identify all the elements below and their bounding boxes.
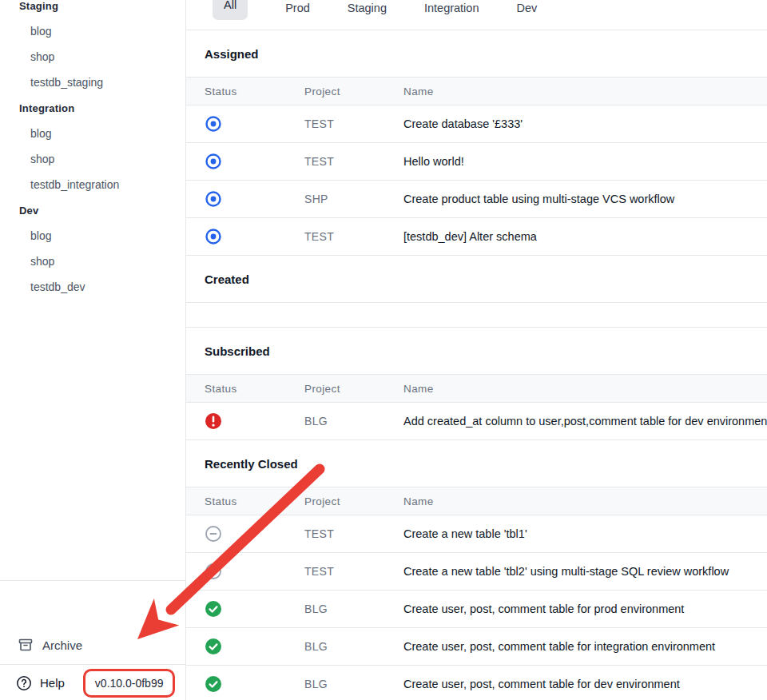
- issue-name: Hello world!: [403, 155, 767, 168]
- status-canceled-icon: [205, 563, 222, 580]
- tab-integration[interactable]: Integration: [424, 0, 479, 16]
- version-badge: v0.10.0-0fb99: [83, 669, 176, 698]
- help-label[interactable]: Help: [40, 676, 65, 690]
- column-header-name: Name: [403, 495, 767, 507]
- main-content: AllProdStagingIntegrationDev AssignedSta…: [186, 0, 767, 700]
- archive-label: Archive: [42, 638, 82, 652]
- issue-name: Create a new table 'tbl2' using multi-st…: [403, 565, 767, 578]
- sidebar-item-shop[interactable]: shop: [0, 44, 185, 70]
- issue-row[interactable]: TEST[testdb_dev] Alter schema: [186, 218, 767, 256]
- issue-name: Create a new table 'tbl1': [403, 527, 767, 540]
- status-open-icon: [205, 190, 222, 208]
- column-header-status: Status: [205, 383, 304, 395]
- sidebar-item-testdb_staging[interactable]: testdb_staging: [0, 70, 185, 95]
- sidebar-item-blog[interactable]: blog: [0, 223, 185, 249]
- help-row: Help v0.10.0-0fb99: [0, 664, 185, 700]
- table-header: StatusProjectName: [186, 487, 767, 515]
- tab-all[interactable]: All: [213, 0, 248, 20]
- sidebar-group-staging: Staging: [0, 0, 185, 18]
- issue-row[interactable]: BLGAdd created_at column to user,post,co…: [186, 403, 767, 440]
- issue-project: BLG: [304, 678, 403, 690]
- issue-name: Add created_at column to user,post,comme…: [403, 415, 767, 428]
- sidebar-nav: Stagingblogshoptestdb_stagingIntegration…: [0, 0, 185, 300]
- sidebar-item-shop[interactable]: shop: [0, 249, 185, 274]
- issue-row[interactable]: BLGCreate user, post, comment table for …: [186, 591, 767, 628]
- sidebar-bottom-panel: Archive Help v0.10.0-0fb99: [0, 580, 185, 700]
- issue-row[interactable]: TESTHello world!: [186, 143, 767, 181]
- issue-row[interactable]: BLGCreate user, post, comment table for …: [186, 666, 767, 700]
- column-header-status: Status: [205, 86, 304, 97]
- sidebar-item-testdb_dev[interactable]: testdb_dev: [0, 274, 185, 300]
- status-canceled-icon: [205, 525, 222, 543]
- column-header-project: Project: [304, 383, 403, 395]
- column-header-status: Status: [205, 495, 304, 507]
- sidebar-item-shop[interactable]: shop: [0, 146, 185, 172]
- issue-name: Create user, post, comment table for dev…: [403, 678, 767, 690]
- status-done-icon: [205, 600, 222, 618]
- issue-project: TEST: [304, 155, 403, 168]
- section-heading-created: Created: [186, 256, 767, 302]
- issue-row[interactable]: TESTCreate a new table 'tbl2' using mult…: [186, 553, 767, 591]
- issue-project: BLG: [304, 415, 403, 428]
- table-header: StatusProjectName: [186, 374, 767, 403]
- issue-project: SHP: [304, 193, 403, 205]
- issue-sections: AssignedStatusProjectNameTESTCreate data…: [186, 30, 767, 700]
- archive-icon: [18, 637, 34, 653]
- issue-row[interactable]: TESTCreate a new table 'tbl1': [186, 515, 767, 553]
- environment-tabs: AllProdStagingIntegrationDev: [186, 0, 767, 30]
- issue-name: [testdb_dev] Alter schema: [403, 230, 767, 243]
- tab-staging[interactable]: Staging: [348, 0, 387, 16]
- issue-row[interactable]: SHPCreate product table using multi-stag…: [186, 181, 767, 218]
- column-header-name: Name: [403, 383, 767, 395]
- issue-project: TEST: [304, 230, 403, 243]
- column-header-project: Project: [304, 86, 403, 97]
- empty-issue-list: [186, 302, 767, 328]
- status-done-icon: [205, 675, 222, 693]
- issue-name: Create user, post, comment table for int…: [403, 640, 767, 653]
- issue-project: TEST: [304, 527, 403, 540]
- issue-row[interactable]: TESTCreate database '£333': [186, 105, 767, 143]
- column-header-name: Name: [403, 86, 767, 97]
- issue-row[interactable]: BLGCreate user, post, comment table for …: [186, 628, 767, 666]
- issue-project: BLG: [304, 603, 403, 615]
- section-heading-subscribed: Subscribed: [186, 328, 767, 374]
- status-failed-icon: [205, 412, 222, 430]
- issue-name: Create product table using multi-stage V…: [403, 193, 767, 205]
- sidebar: Stagingblogshoptestdb_stagingIntegration…: [0, 0, 186, 700]
- sidebar-group-integration: Integration: [0, 95, 185, 121]
- column-header-project: Project: [304, 495, 403, 507]
- section-heading-assigned: Assigned: [186, 30, 767, 77]
- sidebar-group-dev: Dev: [0, 197, 185, 223]
- sidebar-item-blog[interactable]: blog: [0, 121, 185, 146]
- tab-dev[interactable]: Dev: [516, 0, 537, 16]
- issue-project: TEST: [304, 565, 403, 578]
- help-icon[interactable]: [16, 675, 32, 691]
- sidebar-item-blog[interactable]: blog: [0, 18, 185, 44]
- sidebar-item-testdb_integration[interactable]: testdb_integration: [0, 172, 185, 197]
- status-done-icon: [205, 638, 222, 655]
- issue-project: TEST: [304, 117, 403, 130]
- tab-prod[interactable]: Prod: [285, 0, 310, 16]
- issue-name: Create user, post, comment table for pro…: [403, 603, 767, 615]
- issue-project: BLG: [304, 640, 403, 653]
- table-header: StatusProjectName: [186, 77, 767, 105]
- section-heading-recently-closed: Recently Closed: [186, 440, 767, 487]
- status-open-icon: [205, 228, 222, 245]
- status-open-icon: [205, 115, 222, 133]
- issue-name: Create database '£333': [403, 117, 767, 130]
- sidebar-item-archive[interactable]: Archive: [0, 626, 185, 664]
- issue-dashboard: Stagingblogshoptestdb_stagingIntegration…: [0, 0, 767, 700]
- status-open-icon: [205, 153, 222, 170]
